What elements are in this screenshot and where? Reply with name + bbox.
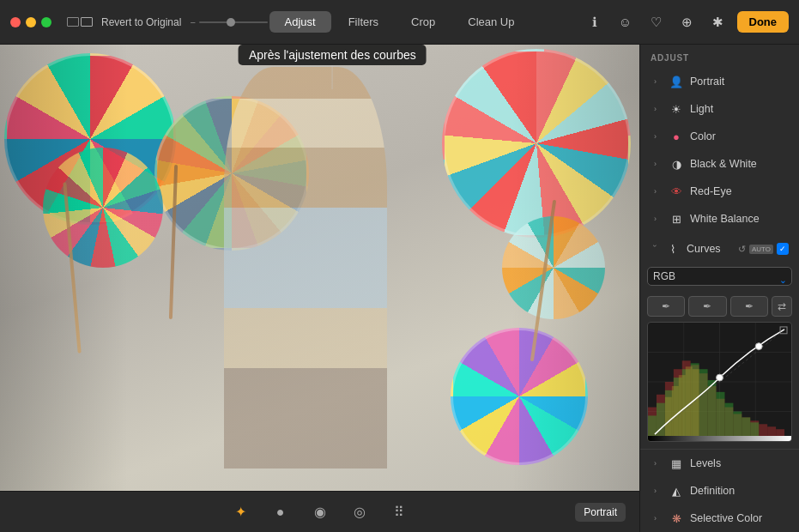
sidebar-item-whitebalance[interactable]: › ⊞ White Balance — [644, 206, 796, 232]
whitebalance-label: White Balance — [690, 213, 760, 225]
chevron-bw-icon: › — [654, 160, 663, 168]
nav-tabs: Adjust Filters Crop Clean Up — [269, 11, 530, 33]
tab-filters[interactable]: Filters — [333, 11, 394, 33]
tab-adjust[interactable]: Adjust — [269, 11, 331, 33]
dots-icon[interactable]: ⠿ — [387, 500, 411, 524]
color-label: Color — [690, 130, 716, 142]
whitebalance-icon: ⊞ — [669, 212, 683, 226]
done-button[interactable]: Done — [737, 11, 790, 33]
zoom-slider[interactable]: − + — [190, 17, 276, 27]
fan-decoration-5 — [43, 148, 163, 268]
svg-point-42 — [755, 343, 762, 350]
sidebar-item-bw[interactable]: › ◑ Black & White — [644, 151, 796, 177]
circle-icon[interactable]: ● — [269, 500, 293, 524]
curves-graph[interactable] — [647, 322, 792, 442]
fullscreen-button[interactable] — [41, 17, 51, 27]
titlebar-right: ℹ ☺ ♡ ⊕ ✱ Done — [583, 10, 790, 34]
levels-icon: ▦ — [669, 456, 683, 470]
definition-icon: ◭ — [669, 484, 683, 498]
redeye-icon: 👁 — [669, 184, 683, 198]
sidebar-item-selective-color[interactable]: › ❋ Selective Color — [644, 505, 796, 531]
curves-controls: ↺ AUTO ✓ — [738, 243, 789, 255]
favorite-button[interactable]: ♡ — [645, 10, 669, 34]
photo-content — [0, 45, 639, 491]
split-view-icon — [81, 17, 93, 27]
view-mode-toggle[interactable] — [67, 17, 93, 27]
single-view-icon — [67, 17, 79, 27]
half-circle-icon[interactable]: ◉ — [308, 500, 332, 524]
levels-label: Levels — [690, 457, 721, 469]
chevron-curves-icon: › — [651, 245, 659, 253]
curves-header[interactable]: › ⌇ Curves ↺ AUTO ✓ — [640, 236, 799, 262]
chevron-levels-icon: › — [654, 459, 663, 468]
traffic-lights — [10, 17, 51, 27]
definition-label: Definition — [690, 485, 735, 497]
sun-icon[interactable]: ✦ — [229, 500, 253, 524]
chevron-color-icon: › — [654, 132, 663, 141]
selective-color-label: Selective Color — [690, 512, 762, 524]
slider-thumb — [227, 18, 235, 27]
bw-label: Black & White — [690, 158, 757, 170]
eyedropper-white[interactable]: ✒ — [730, 296, 768, 317]
color-icon: ● — [669, 130, 683, 143]
duplicate-button[interactable]: ⊕ — [675, 10, 699, 34]
svg-point-41 — [717, 374, 723, 381]
tab-crop[interactable]: Crop — [396, 11, 451, 33]
sidebar-item-redeye[interactable]: › 👁 Red-Eye — [644, 178, 796, 204]
curves-icon: ⌇ — [666, 242, 680, 256]
rgb-select-wrapper: RGB Red Green Blue Luminance — [647, 267, 792, 291]
eyedropper-black[interactable]: ✒ — [647, 296, 685, 317]
photo-frame[interactable] — [0, 45, 639, 491]
gradient-bar — [648, 436, 791, 441]
chevron-definition-icon: › — [654, 487, 663, 495]
minimize-button[interactable] — [26, 17, 36, 27]
portrait-label: Portrait — [690, 76, 724, 88]
bw-icon: ◑ — [669, 157, 683, 171]
auto-badge: AUTO — [749, 245, 773, 254]
light-icon: ☀ — [669, 102, 683, 116]
tab-cleanup[interactable]: Clean Up — [452, 11, 530, 33]
revert-button[interactable]: Revert to Original — [101, 16, 181, 28]
curves-label: Curves — [687, 243, 731, 255]
person-figure — [224, 67, 387, 469]
sidebar-header: ADJUST — [640, 45, 799, 68]
svg-rect-30 — [717, 392, 725, 441]
sidebar-item-portrait[interactable]: › 👤 Portrait — [644, 69, 796, 94]
target-icon[interactable]: ◎ — [348, 500, 372, 524]
chevron-whitebalance-icon: › — [654, 215, 663, 223]
chevron-redeye-icon: › — [654, 187, 663, 196]
sidebar-item-levels[interactable]: › ▦ Levels — [644, 450, 796, 476]
close-button[interactable] — [10, 17, 21, 27]
curves-section: › ⌇ Curves ↺ AUTO ✓ RGB Red Green Blue — [640, 236, 799, 450]
share-button[interactable]: ☺ — [614, 10, 638, 34]
selective-color-icon: ❋ — [669, 511, 683, 525]
swap-button[interactable]: ⇄ — [772, 296, 792, 317]
chevron-selective-icon: › — [654, 514, 663, 523]
bottom-toolbar: ✦ ● ◉ ◎ ⠿ Portrait — [0, 491, 639, 532]
redeye-label: Red-Eye — [690, 185, 732, 197]
svg-rect-39 — [693, 369, 699, 441]
chevron-light-icon: › — [654, 105, 663, 113]
svg-rect-29 — [708, 380, 717, 441]
right-sidebar: ADJUST › 👤 Portrait › ☀ Light › ● Color … — [639, 45, 799, 532]
fan-decoration-2 — [442, 49, 631, 238]
curves-reset-icon[interactable]: ↺ — [738, 244, 746, 255]
more-button[interactable]: ✱ — [706, 10, 730, 34]
eyedropper-mid[interactable]: ✒ — [688, 296, 726, 317]
sidebar-item-color[interactable]: › ● Color — [644, 124, 796, 149]
light-label: Light — [690, 103, 713, 115]
portrait-button[interactable]: Portrait — [575, 503, 626, 522]
eyedropper-row: ✒ ✒ ✒ ⇄ — [647, 296, 792, 317]
fan-decoration-6 — [502, 216, 605, 319]
chevron-portrait-icon: › — [654, 77, 663, 86]
info-button[interactable]: ℹ — [583, 10, 607, 34]
sidebar-item-definition[interactable]: › ◭ Definition — [644, 478, 796, 504]
rgb-select[interactable]: RGB Red Green Blue Luminance — [647, 267, 792, 286]
titlebar: Revert to Original − + Adjust Filters Cr… — [0, 0, 799, 45]
svg-rect-28 — [699, 369, 708, 441]
fan-decoration-4 — [451, 328, 588, 465]
sidebar-item-light[interactable]: › ☀ Light — [644, 96, 796, 122]
main-content: Après l'ajustement des courbes — [0, 45, 799, 532]
curves-svg — [648, 323, 791, 441]
auto-check[interactable]: ✓ — [777, 243, 789, 255]
